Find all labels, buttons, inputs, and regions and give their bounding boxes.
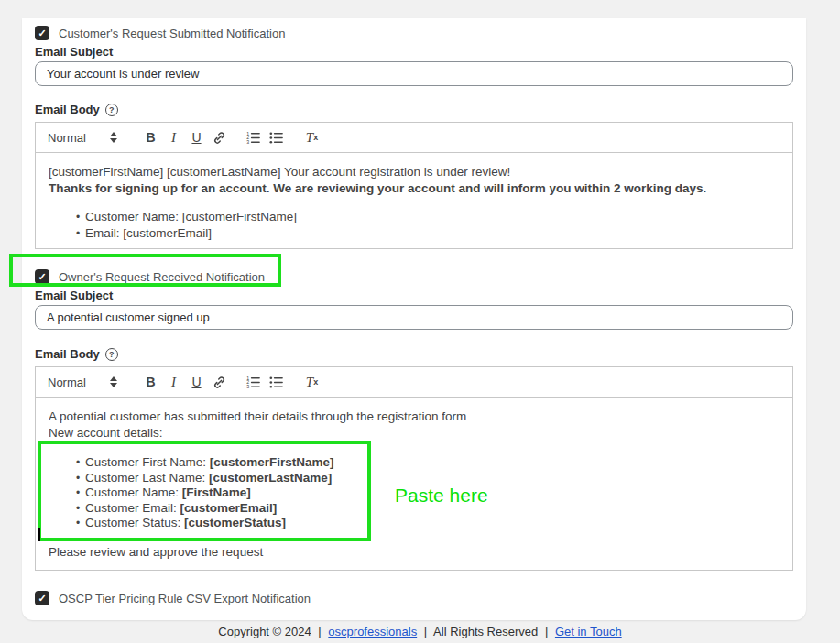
picker-arrows-icon <box>110 132 117 143</box>
underline-button[interactable]: U <box>185 126 208 148</box>
editor-content-2[interactable]: A potential customer has submitted their… <box>36 398 792 570</box>
bullet-list-icon <box>268 130 284 146</box>
bold-button[interactable]: B <box>139 371 162 393</box>
link-button[interactable] <box>208 126 231 148</box>
editor-toolbar-2: Normal B I U 1 2 3 <box>36 367 792 398</box>
list-item: Customer Status: [customerStatus] <box>76 516 780 531</box>
list-item: Customer First Name: [customerFirstName] <box>76 455 780 471</box>
editor2-line1: A potential customer has submitted their… <box>49 409 780 425</box>
check-icon: ✓ <box>38 27 46 39</box>
format-picker[interactable]: Normal <box>48 376 117 389</box>
footer-separator: | <box>545 625 548 638</box>
footer: Copyright © 2024 | oscprofessionals | Al… <box>0 625 840 638</box>
editor1-line2: Thanks for signing up for an account. We… <box>49 180 780 197</box>
csv-export-checkbox-label: OSCP Tier Pricing Rule CSV Export Notifi… <box>59 592 311 605</box>
clear-formatting-button[interactable]: Tx <box>300 126 323 148</box>
format-picker[interactable]: Normal <box>48 131 117 145</box>
owner-request-checkbox-label: Owner's Request Received Notification <box>59 270 265 284</box>
editor1-bullet-list: Customer Name: [customerFirstName] Email… <box>49 209 780 242</box>
help-icon[interactable]: ? <box>105 348 118 361</box>
email-subject-input-1[interactable] <box>35 61 793 86</box>
email-subject-input-2[interactable] <box>35 305 793 330</box>
help-icon[interactable]: ? <box>105 104 118 116</box>
bullet-list-button[interactable] <box>265 126 288 148</box>
csv-export-checkbox[interactable]: ✓ <box>35 591 49 605</box>
owner-request-checkbox[interactable]: ✓ <box>35 269 49 284</box>
ordered-list-icon: 1 2 3 <box>245 375 261 390</box>
email-body-editor-2: Normal B I U 1 2 3 <box>35 366 793 571</box>
customer-request-checkbox-row: ✓ Customer's Request Submitted Notificat… <box>35 25 793 41</box>
footer-separator: | <box>318 625 321 638</box>
list-item: Customer Last Name: [customerLastName] <box>76 471 780 486</box>
annotation-paste-here-label: Paste here <box>395 485 488 507</box>
bullet-list-button[interactable] <box>265 371 288 393</box>
csv-export-checkbox-row: ✓ OSCP Tier Pricing Rule CSV Export Noti… <box>35 590 793 606</box>
italic-button[interactable]: I <box>162 126 185 148</box>
email-body-label-row-1: Email Body ? <box>35 103 793 116</box>
editor-content-1[interactable]: [customerFirstName] [customerLastName] Y… <box>36 153 792 248</box>
footer-separator: | <box>424 625 427 638</box>
underline-button[interactable]: U <box>185 371 208 393</box>
email-body-label-2: Email Body <box>35 347 100 361</box>
check-icon: ✓ <box>38 593 46 605</box>
footer-copyright: Copyright © 2024 <box>218 625 311 638</box>
email-body-editor-1: Normal B I U 1 2 3 <box>35 122 793 249</box>
ordered-list-icon: 1 2 3 <box>245 130 261 146</box>
svg-text:3: 3 <box>246 139 249 145</box>
notification-settings-card: ✓ Customer's Request Submitted Notificat… <box>22 18 806 620</box>
list-item: Email: [customerEmail] <box>76 225 780 242</box>
email-subject-label-2: Email Subject <box>35 289 793 302</box>
ordered-list-button[interactable]: 1 2 3 <box>242 371 265 393</box>
italic-button[interactable]: I <box>162 371 185 393</box>
link-button[interactable] <box>208 371 231 393</box>
clear-formatting-button[interactable]: Tx <box>300 371 323 393</box>
footer-company-link[interactable]: oscprofessionals <box>328 625 417 638</box>
customer-request-checkbox[interactable]: ✓ <box>35 26 49 40</box>
bold-button[interactable]: B <box>139 126 162 148</box>
svg-text:3: 3 <box>246 384 249 389</box>
footer-contact-link[interactable]: Get in Touch <box>555 625 622 638</box>
link-icon <box>212 375 227 390</box>
editor2-line2: New account details: <box>49 425 780 441</box>
editor2-closing: Please review and approve the request <box>49 544 780 561</box>
email-subject-label-1: Email Subject <box>35 46 793 59</box>
editor1-line1: [customerFirstName] [customerLastName] Y… <box>49 164 780 180</box>
picker-arrows-icon <box>110 376 117 387</box>
text-caret <box>38 528 40 541</box>
format-picker-label: Normal <box>48 131 86 145</box>
email-body-label-1: Email Body <box>35 103 100 116</box>
format-picker-label: Normal <box>48 376 86 389</box>
bullet-list-icon <box>268 375 284 390</box>
check-icon: ✓ <box>38 271 46 283</box>
footer-rights: All Rights Reserved <box>433 625 538 638</box>
owner-request-checkbox-row: ✓ Owner's Request Received Notification <box>35 268 793 285</box>
list-item: Customer Name: [customerFirstName] <box>76 209 780 225</box>
ordered-list-button[interactable]: 1 2 3 <box>242 126 265 148</box>
editor-toolbar-1: Normal B I U 1 2 3 <box>36 123 792 153</box>
email-body-label-row-2: Email Body ? <box>35 347 793 361</box>
link-icon <box>212 130 227 146</box>
customer-request-checkbox-label: Customer's Request Submitted Notificatio… <box>59 27 285 40</box>
